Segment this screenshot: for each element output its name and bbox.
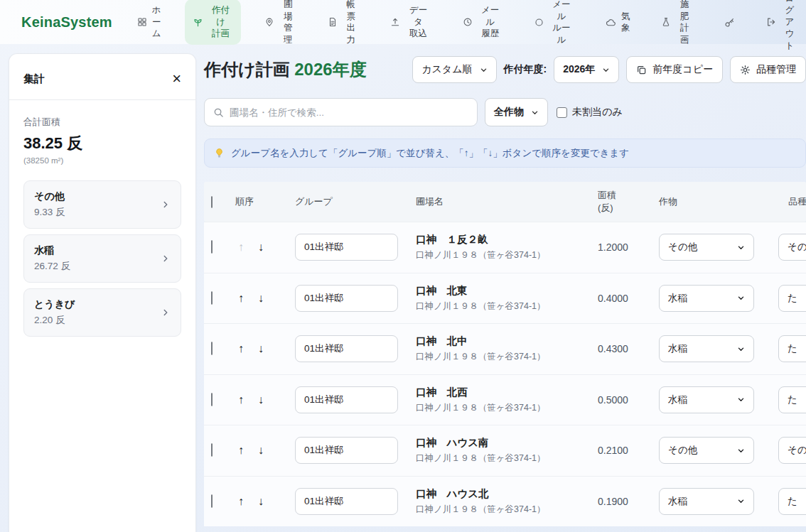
field-search-input[interactable] [230, 107, 468, 118]
group-input[interactable] [295, 488, 398, 515]
flask-icon [661, 17, 671, 27]
copy-icon [636, 65, 647, 75]
group-input[interactable] [295, 335, 398, 362]
circle-icon [534, 18, 544, 27]
crop-summary-card[interactable]: 水稲 26.72 反 [23, 234, 181, 283]
close-icon[interactable]: × [172, 71, 181, 87]
col-variety: 品種 [778, 195, 806, 208]
variety-select[interactable]: た [778, 335, 806, 362]
row-checkbox[interactable] [211, 342, 213, 355]
field-name: 口神 １反２畝 [416, 233, 593, 246]
gear-icon [740, 65, 751, 75]
field-address: 口神ノ川１９８（笹ヶ谷374-1） [416, 300, 593, 313]
row-checkbox[interactable] [211, 443, 213, 457]
table-body: ↑ ↓ 口神 １反２畝 口神ノ川１９８（笹ヶ谷374-1） 1.2000 その他 [204, 222, 806, 526]
nav-item[interactable]: 帳票 出力 [320, 0, 367, 50]
unassigned-only-toggle[interactable]: 未割当のみ [557, 106, 623, 119]
top-nav-bar: KeinaSystem ホ ー ム 作付け 計画 圃場 管理 帳票 出力 [0, 0, 806, 44]
move-up-button[interactable]: ↑ [238, 495, 244, 508]
variety-select[interactable]: その他 [778, 234, 806, 261]
unassigned-checkbox[interactable] [557, 107, 567, 118]
row-checkbox[interactable] [211, 494, 213, 508]
variety-select[interactable]: た [778, 488, 806, 515]
crop-summary-card[interactable]: とうきび 2.20 反 [23, 288, 181, 337]
move-down-button[interactable]: ↓ [258, 393, 264, 406]
move-down-button[interactable]: ↓ [258, 495, 264, 508]
chevron-right-icon [161, 308, 171, 317]
nav-item[interactable]: メール ルール [527, 0, 582, 50]
variety-select[interactable]: その他 [778, 437, 806, 464]
table-row: ↑ ↓ 口神 １反２畝 口神ノ川１９８（笹ヶ谷374-1） 1.2000 その他 [204, 222, 806, 273]
nav-item[interactable]: データ 取込 [382, 0, 439, 45]
field-name: 口神 北東 [416, 284, 593, 298]
variety-select[interactable]: た [778, 285, 806, 312]
row-checkbox[interactable] [211, 393, 213, 406]
move-down-button[interactable]: ↓ [258, 292, 264, 305]
nav-item[interactable]: 施肥 計画 [653, 0, 700, 50]
crop-select[interactable]: 水稲 [659, 488, 754, 515]
crop-select[interactable]: その他 [659, 234, 754, 261]
nav-item[interactable]: メール 履歴 [455, 0, 511, 45]
move-down-button[interactable]: ↓ [258, 342, 264, 355]
total-area-label: 合計面積 [23, 116, 181, 129]
crop-summary-list: その他 9.33 反 水稲 26.72 反 [23, 180, 181, 337]
group-input[interactable] [295, 285, 398, 312]
table-row: ↑ ↓ 口神 北西 口神ノ川１９８（笹ヶ谷374-1） 0.5000 水稲 [204, 374, 806, 425]
select-all-checkbox[interactable] [211, 196, 213, 208]
row-checkbox[interactable] [211, 240, 213, 254]
crop-select[interactable]: 水稲 [659, 386, 754, 413]
table-row: ↑ ↓ 口神 北東 口神ノ川１９８（笹ヶ谷374-1） 0.4000 水稲 [204, 273, 806, 324]
move-down-button[interactable]: ↓ [258, 241, 264, 254]
move-up-button[interactable]: ↑ [238, 444, 244, 457]
crop-area: 2.20 反 [34, 314, 75, 327]
group-input[interactable] [295, 386, 398, 413]
move-up-button[interactable]: ↑ [238, 292, 244, 305]
pin-icon [264, 17, 274, 27]
variety-select[interactable]: た [778, 386, 806, 413]
move-up-button[interactable]: ↑ [238, 241, 244, 254]
nav-item[interactable]: 気 象 [598, 6, 638, 39]
field-address: 口神ノ川１９８（笹ヶ谷374-1） [416, 402, 593, 414]
field-address: 口神ノ川１９８（笹ヶ谷374-1） [416, 351, 593, 363]
sort-order-select[interactable]: カスタム順 [412, 56, 496, 83]
field-area: 0.5000 [593, 394, 659, 406]
group-input[interactable] [295, 437, 398, 464]
nav-item-label: 帳票 出力 [343, 0, 359, 45]
chevron-down-icon [737, 244, 745, 251]
copy-previous-year-button[interactable]: 前年度コピー [626, 56, 723, 83]
crop-filter-select[interactable]: 全作物 [485, 98, 548, 126]
plan-year-select[interactable]: 2026年 [554, 56, 619, 83]
main-content: 作付け計画 2026年度 カスタム順 作付年度: 2026年 [196, 44, 806, 532]
crop-select[interactable]: その他 [659, 437, 754, 464]
move-down-button[interactable]: ↓ [258, 444, 264, 457]
nav-item[interactable]: ホ ー ム [129, 0, 169, 45]
row-checkbox[interactable] [211, 291, 213, 305]
group-input[interactable] [295, 234, 398, 261]
field-area: 0.1900 [593, 496, 659, 507]
crop-area: 9.33 反 [34, 206, 65, 219]
nav-item[interactable]: 作付け 計画 [185, 0, 242, 45]
nav-item-label: 圃場 管理 [279, 0, 296, 45]
col-group: グループ [295, 195, 416, 208]
chevron-down-icon [737, 294, 745, 302]
total-area-value: 38.25 反 [23, 133, 181, 154]
chevron-down-icon [737, 345, 745, 353]
nav-item[interactable]: 圃場 管理 [257, 0, 303, 50]
crop-select[interactable]: 水稲 [659, 335, 754, 362]
variety-management-button[interactable]: 品種管理 [730, 56, 806, 83]
document-icon [328, 17, 338, 27]
cloud-icon [606, 17, 616, 28]
crop-area: 26.72 反 [34, 260, 70, 273]
nav-item[interactable] [716, 12, 743, 33]
nav-item-label: 作付け 計画 [208, 4, 234, 40]
col-order: 順序 [235, 195, 295, 208]
move-up-button[interactable]: ↑ [238, 393, 244, 406]
crop-select[interactable]: 水稲 [659, 285, 754, 312]
divider [9, 99, 195, 100]
move-up-button[interactable]: ↑ [238, 342, 244, 355]
crop-summary-card[interactable]: その他 9.33 反 [23, 180, 181, 229]
nav-item-label: メール 履歴 [478, 4, 503, 40]
nav-item-label: 施肥 計画 [676, 0, 692, 45]
field-area: 0.2100 [593, 445, 659, 456]
field-name: 口神 ハウス南 [416, 436, 593, 450]
